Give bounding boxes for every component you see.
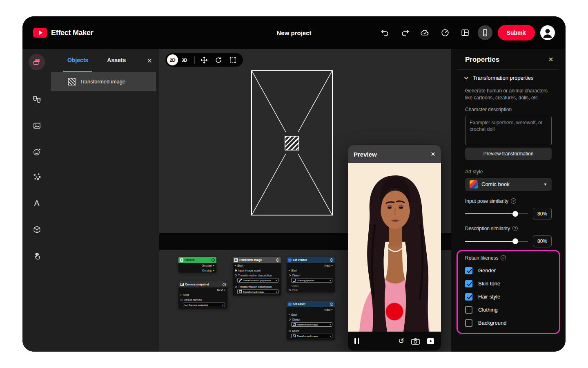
port-object[interactable]: Object: [287, 273, 335, 278]
mode-3d-button[interactable]: 3D: [179, 54, 190, 65]
pause-icon: [354, 338, 359, 344]
info-icon[interactable]: i: [276, 258, 279, 262]
project-title: New project: [276, 29, 311, 36]
character-description-input[interactable]: [465, 116, 552, 145]
help-icon[interactable]: ?: [501, 255, 506, 260]
port-result-canvas[interactable]: Result canvas: [178, 297, 227, 302]
checkbox-row-background[interactable]: Background: [465, 316, 552, 330]
image-tool-button[interactable]: [29, 117, 45, 134]
help-icon[interactable]: ?: [511, 198, 516, 204]
port-start[interactable]: ▸Start: [233, 263, 281, 268]
scale-tool-button[interactable]: [228, 55, 238, 65]
port-start[interactable]: ▸Start: [178, 292, 227, 297]
port-triangle-icon: ▸: [332, 308, 333, 311]
port-input-image-asset[interactable]: Input image asset: [233, 268, 281, 273]
port-start[interactable]: ▸Start: [287, 312, 335, 317]
description-similarity-value[interactable]: 80%: [533, 235, 552, 247]
port-dot-icon: [235, 269, 237, 272]
port-on-stop[interactable]: On stop▸: [178, 268, 216, 273]
close-icon[interactable]: ×: [548, 55, 553, 64]
redo-button[interactable]: [398, 25, 412, 40]
canvas-area[interactable]: 2D 3D: [159, 49, 451, 352]
3d-object-tool-button[interactable]: [29, 221, 45, 238]
checkbox-row-skin-tone[interactable]: Skin tone: [465, 277, 552, 290]
port-transformation-description-1[interactable]: Transformation description: [233, 273, 281, 278]
port-on-start[interactable]: On start▸: [178, 263, 216, 268]
avatar[interactable]: [540, 25, 555, 40]
port-triangle-icon: ▸: [332, 264, 333, 267]
port-next[interactable]: Next▸: [178, 287, 227, 292]
chevron-down-icon: [463, 75, 469, 81]
port-asset[interactable]: Asset: [287, 328, 335, 333]
object-dropdown[interactable]: Transformed image▾: [291, 322, 332, 327]
transformed-image-dropdown[interactable]: Transformed image▾: [237, 289, 278, 294]
info-icon[interactable]: i: [330, 258, 333, 262]
node-camera-snapshot[interactable]: Camera snapshot i Next▸ ▸Start Result ca…: [178, 281, 227, 309]
node-set-asset[interactable]: Set asset i Next▸ ▸Start Object Transfor…: [287, 301, 335, 340]
tab-objects[interactable]: Objects: [63, 49, 92, 72]
text-tool-button[interactable]: A: [29, 195, 45, 211]
loading-spinner-dropdown[interactable]: Loading spinner▾: [291, 278, 332, 283]
info-icon[interactable]: i: [212, 258, 215, 262]
background-checkbox[interactable]: [465, 319, 472, 327]
tab-assets[interactable]: Assets: [103, 49, 130, 72]
cloud-check-icon: [420, 28, 430, 38]
transformed-image-object[interactable]: [285, 136, 299, 150]
transformation-properties-dropdown[interactable]: Transformation properties▾: [237, 278, 278, 283]
submit-button[interactable]: Submit: [498, 25, 535, 40]
checkbox-row-hair-style[interactable]: Hair style: [465, 290, 552, 303]
restart-button[interactable]: ↺: [398, 337, 404, 346]
face-effect-tool-button[interactable]: [29, 144, 45, 160]
port-transformation-description-2[interactable]: Transformation description: [233, 284, 281, 289]
asset-dropdown[interactable]: Transformed image▾: [291, 334, 332, 338]
device-preview-button[interactable]: [478, 25, 492, 40]
info-icon[interactable]: i: [223, 283, 226, 286]
gender-checkbox[interactable]: [465, 267, 472, 274]
hair-style-checkbox[interactable]: [465, 293, 472, 301]
cloud-saved-button[interactable]: [418, 25, 432, 40]
particles-tool-button[interactable]: [29, 168, 45, 185]
input-pose-slider[interactable]: [465, 211, 528, 217]
performance-button[interactable]: [438, 25, 452, 40]
scene-tool-button[interactable]: [29, 54, 45, 70]
section-transformation-properties[interactable]: Transformation properties: [451, 70, 566, 85]
camera-snapshot-dropdown[interactable]: Camera snapshot▾: [183, 303, 225, 307]
preview-transformation-button[interactable]: Preview transformation: [465, 148, 552, 160]
art-style-select[interactable]: Comic book ▼: [465, 178, 552, 191]
effects-tool-button[interactable]: [29, 91, 45, 108]
skin-tone-checkbox[interactable]: [465, 280, 472, 287]
move-tool-button[interactable]: [199, 55, 209, 65]
undo-button[interactable]: [378, 25, 392, 40]
topbar-actions: Submit: [378, 25, 555, 40]
node-record[interactable]: Record i On start▸ On stop▸: [178, 257, 216, 273]
mode-2d-button[interactable]: 2D: [167, 54, 178, 65]
port-visible-value[interactable]: True: [287, 287, 335, 292]
record-button[interactable]: [386, 303, 403, 320]
object-item-transformed-image[interactable]: Transformed image: [51, 72, 156, 91]
description-similarity-slider[interactable]: [465, 238, 528, 244]
port-next[interactable]: Next▸: [287, 307, 335, 312]
interaction-tool-button[interactable]: [29, 247, 45, 264]
media-button[interactable]: [427, 338, 434, 345]
layout-button[interactable]: [458, 25, 472, 40]
close-icon[interactable]: ×: [147, 56, 152, 65]
port-start[interactable]: ▸Start: [287, 268, 335, 273]
checkbox-row-gender[interactable]: Gender: [465, 264, 552, 277]
hatch-icon: [293, 323, 296, 326]
node-title: Set visible: [293, 258, 307, 261]
slider-thumb[interactable]: [512, 238, 518, 244]
port-object[interactable]: Object: [287, 317, 335, 322]
close-icon[interactable]: ×: [431, 150, 435, 159]
snapshot-button[interactable]: [411, 338, 420, 345]
node-transform-image[interactable]: Transform image i ▸Start Input image ass…: [233, 257, 281, 296]
node-set-visible[interactable]: Set visible i Next▸ ▸Start Object Loadin…: [287, 257, 335, 292]
help-icon[interactable]: ?: [512, 226, 518, 231]
slider-thumb[interactable]: [512, 211, 518, 217]
clothing-checkbox[interactable]: [465, 306, 472, 314]
pause-button[interactable]: [354, 338, 359, 344]
info-icon[interactable]: i: [330, 303, 333, 306]
rotate-tool-button[interactable]: [214, 55, 223, 65]
checkbox-row-clothing[interactable]: Clothing: [465, 303, 552, 316]
port-next[interactable]: Next▸: [287, 263, 335, 268]
input-pose-value[interactable]: 80%: [533, 208, 552, 220]
